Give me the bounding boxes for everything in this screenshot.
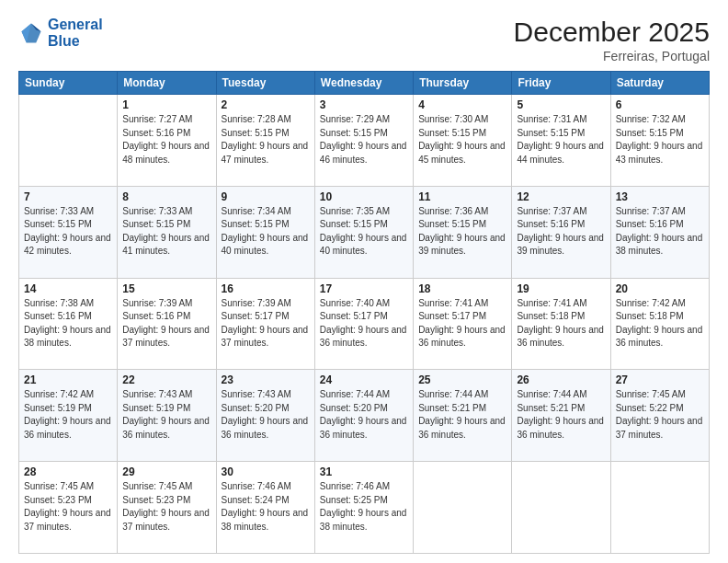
day-number: 19 [517,282,605,295]
day-info: Sunrise: 7:44 AM Sunset: 5:21 PM Dayligh… [517,388,605,442]
weekday-header-saturday: Saturday [610,72,709,95]
calendar-cell-w1d5: 12Sunrise: 7:37 AM Sunset: 5:16 PM Dayli… [512,186,610,278]
calendar-cell-w1d6: 13Sunrise: 7:37 AM Sunset: 5:16 PM Dayli… [610,186,709,278]
day-number: 23 [222,373,310,386]
calendar-cell-w0d0 [19,95,118,187]
calendar-cell-w1d1: 8Sunrise: 7:33 AM Sunset: 5:15 PM Daylig… [118,186,216,278]
day-number: 18 [418,282,506,295]
weekday-header-monday: Monday [118,72,216,95]
day-info: Sunrise: 7:39 AM Sunset: 5:16 PM Dayligh… [122,297,210,350]
day-info: Sunrise: 7:39 AM Sunset: 5:17 PM Dayligh… [222,297,310,350]
weekday-header-wednesday: Wednesday [314,72,413,95]
day-number: 29 [122,465,210,478]
day-number: 20 [616,282,704,295]
day-info: Sunrise: 7:27 AM Sunset: 5:16 PM Dayligh… [122,113,210,167]
calendar-cell-w0d6: 6Sunrise: 7:32 AM Sunset: 5:15 PM Daylig… [610,95,709,187]
calendar-cell-w3d0: 21Sunrise: 7:42 AM Sunset: 5:19 PM Dayli… [19,370,118,462]
header: General Blue December 2025 Ferreiras, Po… [18,17,710,63]
day-info: Sunrise: 7:33 AM Sunset: 5:15 PM Dayligh… [122,205,210,259]
day-info: Sunrise: 7:40 AM Sunset: 5:17 PM Dayligh… [320,297,408,350]
day-info: Sunrise: 7:37 AM Sunset: 5:16 PM Dayligh… [616,205,704,259]
day-info: Sunrise: 7:46 AM Sunset: 5:24 PM Dayligh… [222,480,310,534]
calendar-cell-w4d0: 28Sunrise: 7:45 AM Sunset: 5:23 PM Dayli… [19,462,118,554]
calendar-cell-w4d5 [512,462,610,554]
main-title: December 2025 [514,17,710,47]
day-info: Sunrise: 7:44 AM Sunset: 5:21 PM Dayligh… [418,388,506,442]
weekday-header-friday: Friday [512,72,610,95]
day-info: Sunrise: 7:46 AM Sunset: 5:25 PM Dayligh… [320,480,408,534]
calendar-table: SundayMondayTuesdayWednesdayThursdayFrid… [18,71,710,554]
calendar-cell-w1d3: 10Sunrise: 7:35 AM Sunset: 5:15 PM Dayli… [314,186,413,278]
day-number: 6 [616,98,704,111]
day-number: 21 [24,373,112,386]
day-number: 16 [222,282,310,295]
calendar-cell-w4d2: 30Sunrise: 7:46 AM Sunset: 5:24 PM Dayli… [216,462,314,554]
day-info: Sunrise: 7:32 AM Sunset: 5:15 PM Dayligh… [616,113,704,167]
day-info: Sunrise: 7:30 AM Sunset: 5:15 PM Dayligh… [418,113,506,167]
week-row-2: 14Sunrise: 7:38 AM Sunset: 5:16 PM Dayli… [19,278,710,370]
day-info: Sunrise: 7:44 AM Sunset: 5:20 PM Dayligh… [320,388,408,442]
day-info: Sunrise: 7:42 AM Sunset: 5:18 PM Dayligh… [616,297,704,350]
calendar-cell-w4d1: 29Sunrise: 7:45 AM Sunset: 5:23 PM Dayli… [118,462,216,554]
day-info: Sunrise: 7:41 AM Sunset: 5:18 PM Dayligh… [517,297,605,350]
logo-icon [18,20,44,46]
day-info: Sunrise: 7:43 AM Sunset: 5:20 PM Dayligh… [222,388,310,442]
day-number: 8 [122,190,210,203]
day-number: 10 [320,190,408,203]
subtitle: Ferreiras, Portugal [514,49,710,63]
day-number: 24 [320,373,408,386]
day-number: 12 [517,190,605,203]
calendar-cell-w0d4: 4Sunrise: 7:30 AM Sunset: 5:15 PM Daylig… [414,95,512,187]
calendar-cell-w2d5: 19Sunrise: 7:41 AM Sunset: 5:18 PM Dayli… [512,278,610,370]
calendar-cell-w2d0: 14Sunrise: 7:38 AM Sunset: 5:16 PM Dayli… [19,278,118,370]
week-row-4: 28Sunrise: 7:45 AM Sunset: 5:23 PM Dayli… [19,462,710,554]
weekday-header-sunday: Sunday [19,72,118,95]
day-number: 30 [222,465,310,478]
logo-text: General Blue [48,17,103,49]
week-row-3: 21Sunrise: 7:42 AM Sunset: 5:19 PM Dayli… [19,370,710,462]
day-number: 7 [24,190,112,203]
day-number: 4 [418,98,506,111]
calendar-cell-w1d0: 7Sunrise: 7:33 AM Sunset: 5:15 PM Daylig… [19,186,118,278]
logo-line1: General [48,17,103,32]
calendar-cell-w3d3: 24Sunrise: 7:44 AM Sunset: 5:20 PM Dayli… [314,370,413,462]
calendar-cell-w0d2: 2Sunrise: 7:28 AM Sunset: 5:15 PM Daylig… [216,95,314,187]
day-info: Sunrise: 7:34 AM Sunset: 5:15 PM Dayligh… [222,205,310,259]
day-number: 1 [122,98,210,111]
page: General Blue December 2025 Ferreiras, Po… [0,0,728,563]
day-info: Sunrise: 7:29 AM Sunset: 5:15 PM Dayligh… [320,113,408,167]
calendar-cell-w2d1: 15Sunrise: 7:39 AM Sunset: 5:16 PM Dayli… [118,278,216,370]
day-number: 2 [222,98,310,111]
day-number: 9 [222,190,310,203]
title-block: December 2025 Ferreiras, Portugal [514,17,710,63]
day-info: Sunrise: 7:33 AM Sunset: 5:15 PM Dayligh… [24,205,112,259]
calendar-cell-w1d2: 9Sunrise: 7:34 AM Sunset: 5:15 PM Daylig… [216,186,314,278]
day-number: 5 [517,98,605,111]
week-row-0: 1Sunrise: 7:27 AM Sunset: 5:16 PM Daylig… [19,95,710,187]
day-number: 31 [320,465,408,478]
day-number: 11 [418,190,506,203]
day-info: Sunrise: 7:43 AM Sunset: 5:19 PM Dayligh… [122,388,210,442]
day-info: Sunrise: 7:41 AM Sunset: 5:17 PM Dayligh… [418,297,506,350]
weekday-header-thursday: Thursday [414,72,512,95]
day-info: Sunrise: 7:28 AM Sunset: 5:15 PM Dayligh… [222,113,310,167]
day-number: 17 [320,282,408,295]
day-info: Sunrise: 7:35 AM Sunset: 5:15 PM Dayligh… [320,205,408,259]
day-info: Sunrise: 7:42 AM Sunset: 5:19 PM Dayligh… [24,388,112,442]
calendar-cell-w3d2: 23Sunrise: 7:43 AM Sunset: 5:20 PM Dayli… [216,370,314,462]
day-number: 27 [616,373,704,386]
logo: General Blue [18,17,103,49]
calendar-cell-w0d3: 3Sunrise: 7:29 AM Sunset: 5:15 PM Daylig… [314,95,413,187]
logo-line2: Blue [48,33,80,49]
calendar-cell-w2d2: 16Sunrise: 7:39 AM Sunset: 5:17 PM Dayli… [216,278,314,370]
week-row-1: 7Sunrise: 7:33 AM Sunset: 5:15 PM Daylig… [19,186,710,278]
day-number: 14 [24,282,112,295]
calendar-cell-w3d4: 25Sunrise: 7:44 AM Sunset: 5:21 PM Dayli… [414,370,512,462]
day-number: 3 [320,98,408,111]
day-info: Sunrise: 7:38 AM Sunset: 5:16 PM Dayligh… [24,297,112,350]
calendar-cell-w3d1: 22Sunrise: 7:43 AM Sunset: 5:19 PM Dayli… [118,370,216,462]
calendar-cell-w0d1: 1Sunrise: 7:27 AM Sunset: 5:16 PM Daylig… [118,95,216,187]
calendar-cell-w4d4 [414,462,512,554]
day-number: 25 [418,373,506,386]
calendar-cell-w3d6: 27Sunrise: 7:45 AM Sunset: 5:22 PM Dayli… [610,370,709,462]
